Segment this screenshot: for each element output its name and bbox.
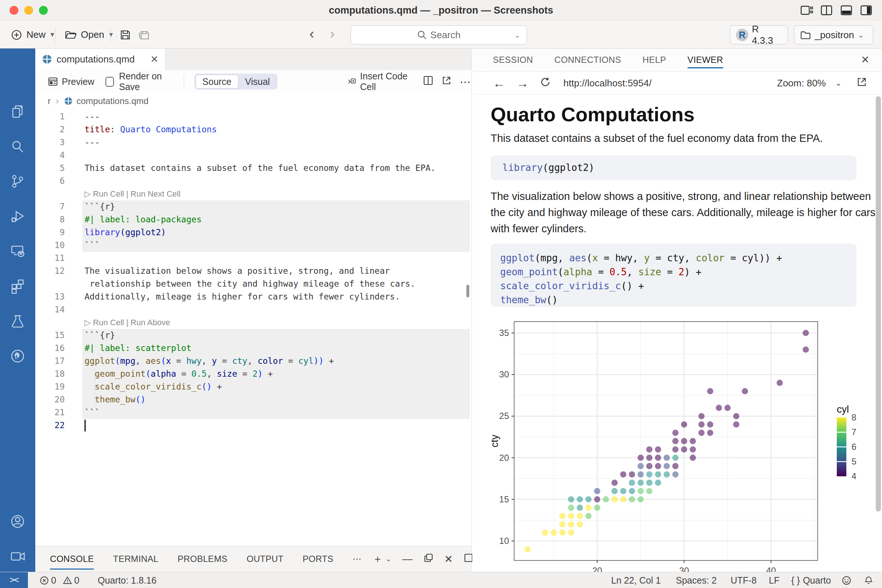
more-actions-icon[interactable]: ⋯ <box>460 75 471 88</box>
github-icon[interactable] <box>9 348 26 364</box>
panel-restore-icon[interactable] <box>424 553 433 565</box>
svg-text:cty: cty <box>490 434 500 447</box>
viewer-forward-icon[interactable]: → <box>516 76 529 90</box>
navigate-forward-button[interactable]: › <box>330 26 335 42</box>
editor-group: computations.qmd ✕ Preview Render on Sav… <box>35 48 472 572</box>
viewer-zoom-caret-icon[interactable]: ⌄ <box>836 79 842 87</box>
quarto-icon <box>64 97 73 105</box>
encoding-status[interactable]: UTF-8 <box>730 572 757 588</box>
viewer-open-external-icon[interactable] <box>856 76 867 90</box>
panel-minimize-icon[interactable]: — <box>402 553 413 565</box>
viewer-back-icon[interactable]: ← <box>493 76 506 90</box>
right-tab-session[interactable]: SESSION <box>493 48 533 71</box>
run-cell-decoration[interactable]: ▷ Run Cell | Run Next Cell <box>35 188 471 200</box>
navigate-back-button[interactable]: ‹ <box>309 26 314 42</box>
viewer-zoom-label[interactable]: Zoom: 80% <box>777 78 826 89</box>
code-line: 17ggplot(mpg, aes(x = hwy, y = cty, colo… <box>35 355 471 368</box>
breadcrumb-folder[interactable]: r <box>48 96 51 106</box>
source-mode-button[interactable]: Source <box>195 75 238 88</box>
workspace-button[interactable]: _positron ⌄ <box>794 26 873 45</box>
cursor-position-status[interactable]: Ln 22, Col 1 <box>611 572 661 588</box>
viewer-paragraph: The visualization below shows a positive… <box>490 188 875 237</box>
eol-status[interactable]: LF <box>769 572 780 588</box>
explorer-icon[interactable] <box>9 104 26 120</box>
screencast-icon[interactable] <box>9 548 26 564</box>
account-icon[interactable] <box>9 513 26 530</box>
open-preview-button[interactable] <box>441 75 452 88</box>
svg-text:20: 20 <box>592 566 602 572</box>
activity-bar <box>0 48 35 572</box>
panel-tab-output[interactable]: OUTPUT <box>247 546 284 572</box>
run-debug-icon[interactable] <box>9 208 26 225</box>
language-mode-status[interactable]: { }Quarto <box>791 572 831 588</box>
code-line: 22 <box>35 419 471 432</box>
run-cell-decoration[interactable]: ▷ Run Cell | Run Above <box>35 316 471 329</box>
quarto-version-status[interactable]: Quarto: 1.8.16 <box>98 572 156 588</box>
open-button[interactable]: Open ▼ <box>64 21 114 48</box>
code-line: relationship between the city and highwa… <box>35 278 471 290</box>
notifications-bell-icon[interactable] <box>864 572 873 588</box>
tab-computations-qmd[interactable]: computations.qmd ✕ <box>35 48 165 70</box>
split-editor-icon[interactable] <box>820 5 833 16</box>
viewer-code-block: ggplot(mpg, aes(x = hwy, y = cty, color … <box>490 244 856 307</box>
breadcrumb: r › computations.qmd <box>35 93 471 109</box>
problems-status[interactable]: 0 0 <box>40 572 80 588</box>
panel-tab-problems[interactable]: PROBLEMS <box>177 546 228 572</box>
search-sidebar-icon[interactable] <box>9 138 26 155</box>
extensions-icon[interactable] <box>9 278 26 294</box>
split-editor-button[interactable] <box>423 75 433 88</box>
panel-add-caret-icon[interactable]: ⌄ <box>386 555 392 563</box>
visual-mode-button[interactable]: Visual <box>238 76 277 87</box>
panel-close-icon[interactable]: ✕ <box>444 553 453 565</box>
viewer-heading: Quarto Computations <box>490 103 694 126</box>
right-tab-viewer[interactable]: VIEWER <box>688 48 723 71</box>
panel-more-icon[interactable]: ⋯ <box>352 546 361 572</box>
editor-scrollbar[interactable] <box>466 285 469 297</box>
sessions-icon[interactable] <box>9 243 26 260</box>
remote-indicator[interactable]: >< <box>0 572 28 588</box>
svg-text:8: 8 <box>852 412 856 422</box>
search-placeholder: Search <box>430 29 460 41</box>
right-tab-connections[interactable]: CONNECTIONS <box>555 48 621 71</box>
viewer-url[interactable]: http://localhost:5954/ <box>563 78 652 89</box>
preview-button[interactable]: Preview <box>48 76 94 87</box>
panel-tab-ports[interactable]: PORTS <box>303 546 333 572</box>
bottom-panel: CONSOLETERMINALPROBLEMSOUTPUTPORTS ⋯ ＋ ⌄… <box>35 546 471 572</box>
source-control-icon[interactable] <box>9 174 26 190</box>
right-panel-tabs: SESSIONCONNECTIONSHELPVIEWER <box>472 48 882 72</box>
code-editor[interactable]: 1---2title: Quarto Computations3---45Thi… <box>35 109 471 546</box>
main-toolbar: New ▼ Open ▼ ‹ › Search ⌄ R R 4.3.3 _pos… <box>0 21 882 48</box>
testing-icon[interactable] <box>9 313 26 329</box>
panel-tab-console[interactable]: CONSOLE <box>50 546 94 572</box>
code-line: 16#| label: scatterplot <box>35 342 471 355</box>
right-tab-help[interactable]: HELP <box>642 48 666 71</box>
svg-text:35: 35 <box>499 328 509 338</box>
search-input[interactable]: Search ⌄ <box>351 26 527 45</box>
toggle-panel-icon[interactable] <box>840 5 853 16</box>
quarto-icon <box>42 54 52 64</box>
viewer-scrollbar[interactable] <box>876 96 881 512</box>
insert-code-cell-label: Insert Code Cell <box>360 71 413 92</box>
titlebar: computations.qmd — _positron — Screensho… <box>0 0 882 21</box>
save-all-button[interactable] <box>138 21 150 48</box>
panel-tab-terminal[interactable]: TERMINAL <box>113 546 158 572</box>
panel-add-icon[interactable]: ＋ <box>373 552 383 566</box>
toggle-sidebar-icon[interactable] <box>860 5 873 16</box>
svg-text:7: 7 <box>852 427 856 437</box>
r-session-button[interactable]: R R 4.3.3 <box>730 26 788 45</box>
breadcrumb-file[interactable]: computations.qmd <box>76 96 148 106</box>
code-line: 11 <box>35 252 471 265</box>
svg-text:10: 10 <box>499 536 509 546</box>
feedback-icon[interactable] <box>842 572 852 588</box>
indentation-status[interactable]: Spaces: 2 <box>676 572 717 588</box>
tab-close-icon[interactable]: ✕ <box>150 54 158 65</box>
viewer-reload-icon[interactable] <box>540 76 551 90</box>
render-on-save-checkbox[interactable] <box>105 77 114 87</box>
svg-text:cyl: cyl <box>837 404 849 415</box>
insert-code-cell-button[interactable]: Insert Code Cell <box>347 71 413 92</box>
new-button[interactable]: New ▼ <box>11 21 56 48</box>
save-button[interactable] <box>120 21 131 48</box>
workspace-label: _positron <box>815 29 854 41</box>
customize-layout-icon[interactable] <box>800 5 813 16</box>
right-panel-close-icon[interactable]: ✕ <box>861 54 870 66</box>
